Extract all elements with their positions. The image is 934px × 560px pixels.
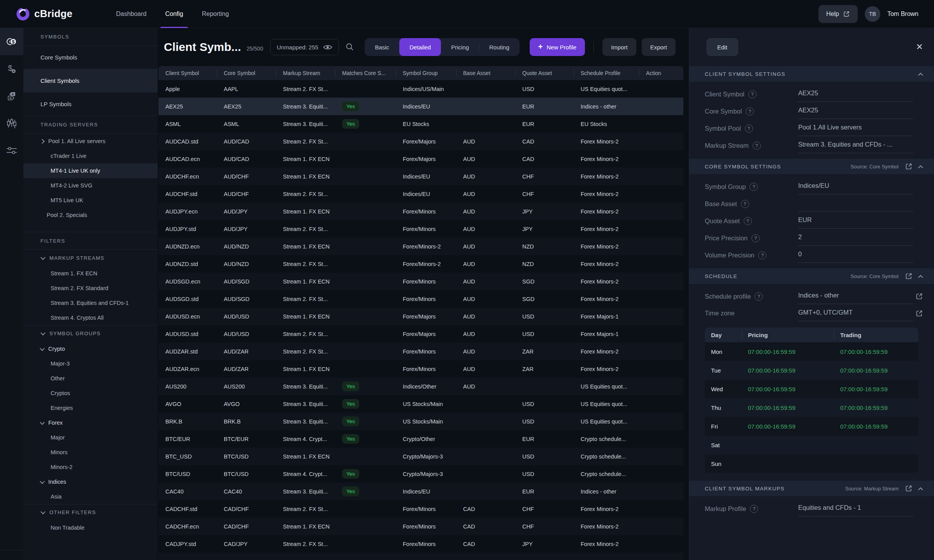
table-row[interactable]: AUDUSD.ecnAUD/USDStream 1. FX ECNForex/M… [158, 308, 683, 325]
section-header-client-symbol-markups[interactable]: CLIENT SYMBOL MARKUPSSource: Markup Stre… [689, 481, 934, 496]
help-icon[interactable]: ? [750, 183, 758, 191]
sidebar-group-other-filters[interactable]: OTHER FILTERS [23, 504, 158, 520]
table-row[interactable] [158, 553, 683, 560]
field-value[interactable]: EUR [798, 216, 913, 229]
rail-item-candlestick-chart[interactable] [0, 110, 23, 137]
help-icon[interactable]: ? [758, 251, 766, 259]
help-icon[interactable]: ? [745, 124, 753, 133]
field-value[interactable]: AEX25 [798, 107, 913, 119]
field-value[interactable]: 0 [798, 250, 913, 263]
column-header-markup-stream[interactable]: Markup Stream [276, 66, 335, 80]
table-row[interactable]: AUDJPY.stdAUD/JPYStream 2. FX St...Forex… [158, 220, 683, 238]
field-value[interactable]: Pool 1.All Live servers [798, 124, 913, 136]
user-name[interactable]: Tom Brown [887, 10, 918, 18]
search-icon[interactable] [345, 42, 355, 52]
new-profile-button[interactable]: + New Profile [530, 38, 585, 56]
sidebar-item-major[interactable]: Major [23, 430, 158, 445]
column-header-core-symbol[interactable]: Core Symbol [217, 66, 276, 80]
field-value[interactable]: Indices/EU [798, 182, 913, 194]
table-row[interactable]: AUDZAR.stdAUD/ZARStream 2. FX St...Forex… [158, 343, 683, 360]
external-link-icon[interactable] [905, 163, 913, 170]
sidebar-item-ctrader-1-live[interactable]: cTrader 1 Live [23, 149, 158, 163]
help-icon[interactable]: ? [750, 505, 758, 513]
table-row[interactable]: ASMLASMLStream 3. Equiti...YesEU StocksE… [158, 115, 683, 133]
table-row[interactable]: AUDCAD.ecnAUD/CADStream 1. FX ECNForex/M… [158, 150, 683, 168]
table-row[interactable]: AUDZAR.ecnAUD/ZARStream 1. FX ECNForex/M… [158, 360, 683, 378]
table-row[interactable]: BTC/EURBTC/EURStream 4. Crypt...YesCrypt… [158, 430, 683, 448]
sidebar-item-energies[interactable]: Energies [23, 401, 158, 415]
tab-basic[interactable]: Basic [365, 38, 399, 56]
user-avatar[interactable]: TB [865, 6, 880, 22]
help-icon[interactable]: ? [746, 107, 754, 116]
rail-item-dollar-add[interactable]: $+ [0, 55, 23, 82]
section-header-schedule[interactable]: SCHEDULESource: Core Symbol [689, 268, 934, 284]
sidebar-item-asia[interactable]: Asia [23, 489, 158, 504]
table-row[interactable]: AppleAAPLStream 2. FX St...Indices/US/Ma… [158, 80, 683, 98]
column-header-action[interactable]: Action [639, 66, 683, 80]
field-value[interactable] [798, 199, 913, 212]
help-icon[interactable]: ? [744, 217, 752, 225]
sidebar-item-stream-2-fx-standard[interactable]: Stream 2. FX Standard [23, 281, 158, 296]
table-row[interactable]: AUDNZD.ecnAUD/NZDStream 1. FX ECNForex/M… [158, 238, 683, 255]
table-row[interactable]: AUDCAD.stdAUD/CADStream 2. FX St...Forex… [158, 133, 683, 150]
column-header-symbol-group[interactable]: Symbol Group [396, 66, 456, 80]
sidebar-item-stream-4-cryptos-all[interactable]: Stream 4. Cryptos All [23, 310, 158, 325]
field-value[interactable]: Indices - other [798, 292, 913, 304]
column-header-matches-core-s[interactable]: Matches Core S... [335, 66, 396, 80]
help-icon[interactable]: ? [748, 90, 757, 98]
column-header-client-symbol[interactable]: Client Symbol [158, 66, 217, 80]
sidebar-item-other[interactable]: Other [23, 371, 158, 386]
sidebar-item-indices[interactable]: Indices [23, 474, 158, 489]
tab-routing[interactable]: Routing [479, 38, 520, 56]
unmapped-badge[interactable]: Unmapped: 255 [270, 39, 339, 55]
sidebar-item-stream-1-fx-ecn[interactable]: Stream 1. FX ECN [23, 266, 158, 281]
column-header-base-asset[interactable]: Base Asset [456, 66, 515, 80]
edit-button[interactable]: Edit [706, 38, 738, 56]
sidebar-item-cryptos[interactable]: Cryptos [23, 386, 158, 401]
sidebar-item-minors-2[interactable]: Minors-2 [23, 460, 158, 474]
help-icon[interactable]: ? [741, 200, 749, 208]
sidebar-item-client-symbols[interactable]: Client Symbols [23, 69, 158, 93]
rail-item-currency-coins[interactable]: €$ [0, 28, 23, 55]
brand[interactable]: cBridge [0, 7, 72, 21]
column-header-quote-asset[interactable]: Quote Asset [515, 66, 574, 80]
sidebar-item-forex[interactable]: Forex [23, 415, 158, 430]
table-row[interactable]: AUS200AUS200Stream 3. Equiti...YesIndice… [158, 378, 683, 395]
sidebar-item-pool-1-all-live-servers[interactable]: Pool 1. All Live servers [23, 134, 158, 149]
nav-item-reporting[interactable]: Reporting [193, 0, 238, 28]
sidebar-item-major-3[interactable]: Major-3 [23, 356, 158, 371]
help-button[interactable]: Help [818, 5, 858, 23]
field-value[interactable]: 2 [798, 233, 913, 246]
table-row[interactable]: CADCHF.ecnCAD/CHFStream 1. FX ECNForex/M… [158, 518, 683, 535]
open-external-icon[interactable] [913, 292, 923, 300]
close-icon[interactable]: ✕ [916, 42, 923, 52]
sidebar-item-core-symbols[interactable]: Core Symbols [23, 46, 158, 69]
table-row[interactable]: AUDSGD.stdAUD/SGDStream 2. FX St...Forex… [158, 290, 683, 308]
table-row[interactable]: CADCHF.stdCAD/CHFStream 2. FX St...Forex… [158, 500, 683, 518]
table-row[interactable]: AEX25AEX25Stream 3. Equiti...YesIndices/… [158, 98, 683, 115]
table-row[interactable]: BRK.BBRK.BStream 3. Equiti...YesUS Stock… [158, 413, 683, 430]
table-row[interactable]: AVGOAVGOStream 3. Equiti...YesUS Stocks/… [158, 395, 683, 413]
sidebar-item-mt4-2-live-svg[interactable]: MT4-2 Live SVG [23, 178, 158, 193]
rail-item-ab-swap[interactable]: AB [0, 82, 23, 110]
table-row[interactable]: AUDNZD.stdAUD/NZDStream 2. FX St...Forex… [158, 255, 683, 273]
sidebar-item-minors[interactable]: Minors [23, 445, 158, 460]
sidebar-item-crypto[interactable]: Crypto [23, 341, 158, 356]
field-value[interactable]: AEX25 [798, 89, 913, 102]
table-row[interactable]: AUDJPY.ecnAUD/JPYStream 1. FX ECNForex/M… [158, 203, 683, 220]
sidebar-item-mt4-1-live-uk-only[interactable]: MT4-1 Live UK only [23, 163, 158, 178]
field-value[interactable]: Equities and CFDs - 1 [798, 504, 913, 516]
sidebar-item-pool-2-specials[interactable]: Pool 2. Specials [23, 208, 158, 222]
sidebar-item-lp-symbols[interactable]: LP Symbols [23, 93, 158, 116]
table-row[interactable]: AUDSGD.ecnAUD/SGDStream 1. FX ECNForex/M… [158, 273, 683, 290]
sidebar-item-non-tradable[interactable]: Non Tradable [23, 520, 158, 535]
section-header-client-symbol-settings[interactable]: CLIENT SYMBOL SETTINGS [689, 66, 934, 82]
table-row[interactable]: BTC/USDBTC/USDStream 4. Crypt...YesCrypt… [158, 465, 683, 483]
export-button[interactable]: Export [642, 38, 676, 56]
open-external-icon[interactable] [913, 309, 923, 317]
section-header-core-symbol-settings[interactable]: CORE SYMBOL SETTINGSSource: Core Symbol [689, 159, 934, 174]
table-row[interactable]: AUDUSD.stdAUD/USDStream 2. FX St...Forex… [158, 325, 683, 343]
field-value[interactable]: Stream 3. Equities and CFDs - ... [798, 141, 913, 153]
rail-item-filter-sliders[interactable] [0, 137, 23, 164]
help-icon[interactable]: ? [753, 142, 761, 150]
